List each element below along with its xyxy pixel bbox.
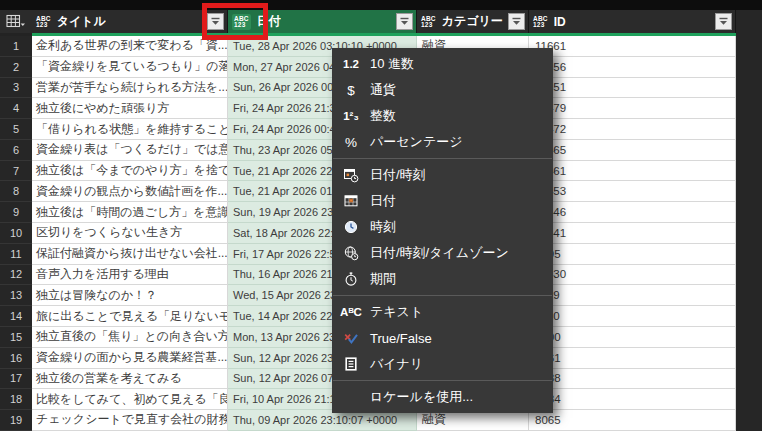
- cell-title[interactable]: 資金繰りの面から見る農業経営基...: [32, 348, 228, 369]
- decimal-icon: 1.2: [332, 58, 370, 70]
- column-label: ID: [554, 15, 566, 29]
- column-header-id[interactable]: ABC123 ID: [529, 10, 736, 33]
- cell-title[interactable]: 保証付融資から抜け出せない会社...: [32, 244, 228, 265]
- date-time-icon: [332, 167, 370, 183]
- cell-title[interactable]: 資金繰りの観点から数値計画を作...: [32, 181, 228, 202]
- menu-item-whole-number[interactable]: 1²₃ 整数: [332, 103, 553, 129]
- row-number[interactable]: 6: [0, 140, 32, 161]
- row-number[interactable]: 8: [0, 181, 32, 202]
- menu-item-date-time-zone[interactable]: 日付/時刻/タイムゾーン: [332, 240, 553, 266]
- menu-item-use-locale[interactable]: ロケールを使用...: [332, 384, 553, 410]
- text-icon: AᴮC: [332, 306, 370, 318]
- filter-dropdown-button[interactable]: [396, 13, 413, 30]
- filter-dropdown-button[interactable]: [207, 13, 224, 30]
- filter-dropdown-button[interactable]: [508, 13, 525, 30]
- cell-title[interactable]: 独立直後の「焦り」との向き合い方: [32, 327, 228, 348]
- power-query-editor: ABC123 タイトル ABC123 日付 ABC123 カテゴリー: [0, 0, 762, 431]
- cell-id[interactable]: 8061: [529, 348, 736, 369]
- cell-id[interactable]: 8095: [529, 244, 736, 265]
- cell-category[interactable]: 融資: [417, 410, 529, 431]
- row-number[interactable]: 3: [0, 78, 32, 99]
- cell-id[interactable]: 11430: [529, 265, 736, 286]
- cell-title[interactable]: 資金繰り表は「つくるだけ」では意味...: [32, 140, 228, 161]
- menu-item-text[interactable]: AᴮC テキスト: [332, 299, 553, 325]
- cell-id[interactable]: 8065: [529, 410, 736, 431]
- text-type-icon: ABC123: [232, 14, 251, 30]
- text-type-icon: ABC123: [533, 16, 548, 28]
- menu-item-true-false[interactable]: True/False: [332, 325, 553, 351]
- cell-id[interactable]: 8084: [529, 389, 736, 410]
- menu-item-binary[interactable]: バイナリ: [332, 351, 553, 377]
- menu-item-time[interactable]: 時刻: [332, 214, 553, 240]
- cell-id[interactable]: 11465: [529, 140, 736, 161]
- text-type-icon: ABC123: [421, 16, 436, 28]
- row-number[interactable]: 4: [0, 98, 32, 119]
- cell-id[interactable]: 11441: [529, 223, 736, 244]
- cell-id[interactable]: 11453: [529, 181, 736, 202]
- row-number[interactable]: 7: [0, 161, 32, 182]
- row-number[interactable]: 17: [0, 369, 32, 390]
- row-number[interactable]: 9: [0, 202, 32, 223]
- empty-area: [736, 10, 762, 431]
- menu-item-date-time[interactable]: 日付/時刻: [332, 162, 553, 188]
- cell-title[interactable]: 独立後の営業を考えてみる: [32, 369, 228, 390]
- menu-item-percentage[interactable]: % パーセンテージ: [332, 129, 553, 155]
- table-menu-button[interactable]: [0, 10, 33, 33]
- row-number[interactable]: 18: [0, 389, 32, 410]
- column-header-category[interactable]: ABC123 カテゴリー: [417, 10, 529, 33]
- row-number[interactable]: 14: [0, 306, 32, 327]
- menu-item-decimal[interactable]: 1.2 10 進数: [332, 51, 553, 77]
- row-number[interactable]: 5: [0, 119, 32, 140]
- cell-title[interactable]: 独立後にやめた頑張り方: [32, 98, 228, 119]
- cell-id[interactable]: 11446: [529, 202, 736, 223]
- cell-title[interactable]: チェックシートで見直す会社の財務...: [32, 410, 228, 431]
- menu-separator: [333, 380, 552, 381]
- table-grid-icon: [6, 14, 26, 29]
- cell-id[interactable]: 11656: [529, 57, 736, 78]
- cell-title[interactable]: 「資金繰りを見ているつもり」の落と...: [32, 57, 228, 78]
- duration-icon: [332, 271, 370, 287]
- menu-separator: [333, 295, 552, 296]
- row-number[interactable]: 10: [0, 223, 32, 244]
- column-label: タイトル: [57, 13, 106, 30]
- cell-id[interactable]: 11651: [529, 78, 736, 99]
- cell-id[interactable]: 8110: [529, 306, 736, 327]
- cell-title[interactable]: 独立後は「時間の過ごし方」を意識...: [32, 202, 228, 223]
- cell-title[interactable]: 「借りられる状態」を維持することの...: [32, 119, 228, 140]
- row-number[interactable]: 15: [0, 327, 32, 348]
- cell-title[interactable]: 独立は冒険なのか！？: [32, 285, 228, 306]
- row-number[interactable]: 19: [0, 410, 32, 431]
- text-type-icon: ABC123: [36, 16, 51, 28]
- cell-id[interactable]: 11472: [529, 119, 736, 140]
- data-type-context-menu: 1.2 10 進数 $ 通貨 1²₃ 整数 % パーセンテージ: [332, 48, 553, 413]
- cell-date[interactable]: Thu, 09 Apr 2026 23:10:07 +0000: [228, 410, 417, 431]
- menu-item-duration[interactable]: 期間: [332, 266, 553, 292]
- cell-id[interactable]: 8088: [529, 369, 736, 390]
- cell-id[interactable]: 11479: [529, 98, 736, 119]
- cell-id[interactable]: 8119: [529, 285, 736, 306]
- cell-title[interactable]: 旅に出ることで見える「足りないモノ」: [32, 306, 228, 327]
- whole-number-icon: 1²₃: [332, 110, 370, 122]
- row-number[interactable]: 11: [0, 244, 32, 265]
- column-header-row: ABC123 タイトル ABC123 日付 ABC123 カテゴリー: [0, 10, 736, 33]
- column-header-title[interactable]: ABC123 タイトル: [32, 10, 228, 33]
- cell-title[interactable]: 区切りをつくらない生き方: [32, 223, 228, 244]
- column-header-date[interactable]: ABC123 日付: [228, 10, 417, 33]
- date-icon: [332, 193, 370, 209]
- cell-title[interactable]: 金利ある世界の到来で変わる「資...: [32, 36, 228, 57]
- row-number[interactable]: 13: [0, 285, 32, 306]
- row-number[interactable]: 16: [0, 348, 32, 369]
- menu-item-currency[interactable]: $ 通貨: [332, 77, 553, 103]
- cell-id[interactable]: 11461: [529, 161, 736, 182]
- menu-item-date[interactable]: 日付: [332, 188, 553, 214]
- cell-title[interactable]: 比較をしてみて、初めて見える「良...: [32, 389, 228, 410]
- filter-dropdown-button[interactable]: [715, 13, 732, 30]
- cell-title[interactable]: 営業が苦手なら続けられる方法を...: [32, 78, 228, 99]
- row-number[interactable]: 2: [0, 57, 32, 78]
- row-number[interactable]: 1: [0, 36, 32, 57]
- cell-id[interactable]: 8100: [529, 327, 736, 348]
- row-number[interactable]: 12: [0, 265, 32, 286]
- cell-id[interactable]: 11661: [529, 36, 736, 57]
- cell-title[interactable]: 音声入力を活用する理由: [32, 265, 228, 286]
- cell-title[interactable]: 独立後は「今までのやり方」を捨て...: [32, 161, 228, 182]
